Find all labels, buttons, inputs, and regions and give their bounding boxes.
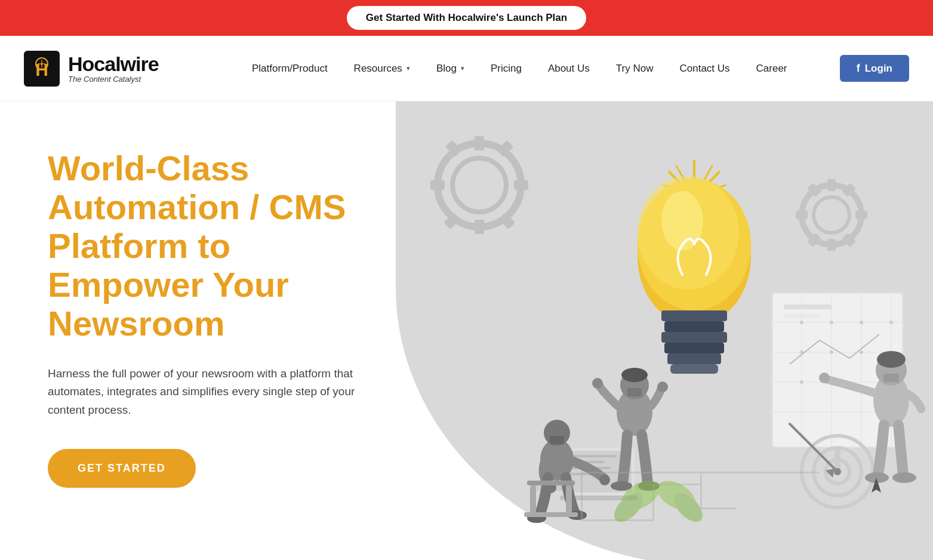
svg-point-85: [830, 350, 833, 354]
svg-point-87: [800, 380, 803, 384]
svg-rect-8: [475, 220, 484, 234]
hero-title: World-Class Automation / CMS Platform to…: [48, 149, 394, 343]
main-nav: Platform/Product Resources ▾ Blog ▾ Pric…: [215, 36, 828, 101]
top-banner: Get Started With Hocalwire's Launch Plan: [0, 0, 933, 36]
svg-rect-41: [664, 343, 724, 353]
nav-item-platform[interactable]: Platform/Product: [239, 36, 341, 101]
get-started-button[interactable]: GET STARTED: [48, 449, 196, 488]
svg-rect-60: [530, 485, 536, 515]
svg-point-83: [889, 321, 893, 324]
svg-rect-7: [475, 136, 484, 150]
svg-rect-54: [550, 436, 564, 444]
nav-item-resources[interactable]: Resources ▾: [341, 36, 423, 101]
svg-point-82: [860, 321, 863, 324]
svg-point-102: [819, 373, 830, 383]
svg-rect-61: [566, 485, 572, 515]
resources-chevron-icon: ▾: [407, 64, 410, 72]
svg-point-55: [599, 475, 610, 485]
svg-point-66: [621, 368, 648, 382]
svg-rect-9: [514, 180, 528, 190]
svg-rect-38: [661, 310, 727, 321]
svg-point-101: [877, 351, 906, 368]
nav-item-about[interactable]: About Us: [535, 36, 603, 101]
nav-item-trynow[interactable]: Try Now: [603, 36, 667, 101]
nav-item-contact[interactable]: Contact Us: [666, 36, 743, 101]
svg-point-37: [661, 191, 703, 251]
svg-point-15: [802, 185, 861, 245]
svg-rect-100: [883, 374, 899, 382]
hero-illustration: [396, 101, 933, 560]
nav-item-career[interactable]: Career: [743, 36, 800, 101]
logo-text-block: Hocalwire The Content Catalyst: [68, 53, 159, 84]
svg-rect-59: [527, 481, 575, 485]
svg-rect-106: [581, 472, 583, 519]
banner-text: Get Started With Hocalwire's Launch Plan: [366, 12, 567, 23]
svg-rect-65: [627, 388, 642, 396]
svg-rect-17: [827, 179, 836, 191]
svg-point-81: [830, 321, 833, 324]
svg-rect-62: [524, 512, 578, 517]
logo-tagline: The Content Catalyst: [68, 75, 159, 84]
svg-rect-18: [827, 239, 836, 251]
blog-chevron-icon: ▾: [461, 64, 464, 72]
svg-rect-42: [667, 353, 721, 364]
svg-point-68: [657, 381, 668, 392]
svg-point-104: [892, 472, 916, 483]
hero-svg: [402, 125, 927, 560]
svg-point-86: [860, 350, 863, 354]
svg-rect-47: [569, 455, 617, 457]
login-button[interactable]: f Login: [840, 55, 909, 82]
login-label: Login: [865, 63, 892, 75]
svg-rect-89: [784, 304, 832, 309]
logo-area: H Hocalwire The Content Catalyst: [24, 51, 215, 87]
svg-point-80: [800, 321, 803, 324]
svg-rect-43: [670, 364, 718, 374]
svg-rect-40: [661, 332, 727, 343]
svg-point-97: [834, 468, 841, 475]
svg-rect-110: [700, 472, 702, 507]
hero-content: World-Class Automation / CMS Platform to…: [0, 101, 394, 524]
hero-subtitle: Harness the full power of your newsroom …: [48, 365, 394, 419]
svg-rect-20: [796, 211, 808, 219]
svg-point-67: [592, 378, 603, 389]
logo-icon: H: [24, 51, 60, 87]
svg-rect-39: [664, 321, 724, 332]
logo-name: Hocalwire: [68, 53, 159, 75]
banner-pill[interactable]: Get Started With Hocalwire's Launch Plan: [347, 6, 586, 30]
facebook-icon: f: [857, 62, 860, 75]
svg-rect-10: [430, 180, 445, 190]
svg-rect-90: [784, 314, 820, 318]
nav-item-blog[interactable]: Blog ▾: [423, 36, 478, 101]
svg-point-6: [452, 158, 506, 212]
header: H Hocalwire The Content Catalyst Platfor…: [0, 36, 933, 101]
svg-rect-111: [700, 507, 736, 509]
hero-section: World-Class Automation / CMS Platform to…: [0, 101, 933, 560]
svg-point-16: [814, 197, 849, 233]
svg-rect-19: [855, 211, 867, 219]
nav-item-pricing[interactable]: Pricing: [478, 36, 535, 101]
